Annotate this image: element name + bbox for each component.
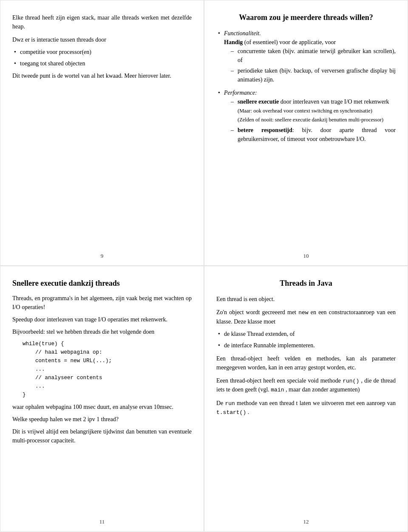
slide10-title: Waarom zou je meerdere threads willen? — [216, 13, 396, 22]
slide12-para3: Een thread-object heeft velden en method… — [216, 354, 396, 372]
row-1: Elke thread heeft zijn eigen stack, maar… — [0, 0, 408, 266]
slide10-dash3: snellere executie door interleaven van t… — [231, 97, 396, 124]
slide10-handig-bold: Handig — [224, 39, 243, 45]
slide11-para5: Welke speedup halen we met 2 ipv 1 threa… — [12, 415, 192, 424]
slide10-dash4: betere responsetijd: bijv. door aparte t… — [231, 126, 396, 144]
slide11-para2: Speedup door interleaven van trage I/O o… — [12, 315, 192, 324]
slide12-para4-code: run() — [343, 378, 359, 384]
slide9-bullets: competitie voor processor(en) toegang to… — [12, 48, 192, 68]
slide9-number: 9 — [101, 253, 104, 259]
slide10-dash-list-2: snellere executie door interleaven van t… — [224, 97, 396, 144]
slide-10: Waarom zou je meerdere threads willen? F… — [204, 0, 408, 266]
slide10-dash2: periodieke taken (bijv. backup, of verve… — [231, 66, 396, 84]
slide12-bullets: de klasse Thread extenden, of de interfa… — [216, 329, 396, 350]
slide-12: Threads in Java Een thread is een object… — [204, 266, 408, 532]
slide12-para5-code: run — [225, 400, 235, 407]
slide11-para6: Dit is vrijwel altijd een belangrijkere … — [12, 427, 192, 445]
slide12-para4-1: Eeen thread-object heeft een speciale vo… — [216, 377, 341, 384]
slide9-bullet1: competitie voor processor(en) — [12, 48, 192, 56]
slide12-para4: Eeen thread-object heeft een speciale vo… — [216, 376, 396, 394]
slide10-handig-rest: (of essentieel) voor de applicatie, voor — [244, 39, 336, 45]
slide11-code: while(true) { // haal webpagina op: cont… — [23, 340, 192, 399]
slide12-para4-3: , maar dan zonder argumenten) — [286, 386, 360, 393]
slide9-para3: Dit tweede punt is de wortel van al het … — [12, 71, 192, 80]
slide9-para2: Dwz er is interactie tussen threads door — [12, 35, 192, 44]
slide10-dash3-sub2: (Zelden of nooit: snellere executie dank… — [238, 117, 383, 123]
slide11-number: 11 — [99, 518, 105, 525]
slide9-para1: Elke thread heeft zijn eigen stack, maar… — [12, 13, 192, 31]
slide9-bullet2: toegang tot shared objecten — [12, 59, 192, 68]
slide10-main-bullets: Functionaliteit. Handig (of essentieel) … — [216, 29, 396, 144]
slide10-perf-label: Performance: — [224, 90, 257, 96]
slide12-para5-code2: t.start() — [216, 409, 246, 416]
slide10-number: 10 — [303, 253, 309, 259]
slide11-para3: Bijvoorbeeld: stel we hebben threads die… — [12, 327, 192, 336]
row-2: Snellere executie dankzij threads Thread… — [0, 266, 408, 532]
slide10-dash3-rest: door interleaven van trage I/O met reken… — [279, 99, 389, 105]
slide10-dash3-sub: (Maar: ook overhead voor context switchi… — [238, 108, 372, 114]
slide-9: Elke thread heeft zijn eigen stack, maar… — [0, 0, 204, 266]
slide10-func-label: Functionaliteit. — [224, 30, 261, 37]
slide12-title: Threads in Java — [216, 279, 396, 288]
slide12-bullet2: de interface Runnable implementeren. — [216, 341, 396, 350]
slide12-para1: Een thread is een object. — [216, 295, 396, 304]
slide10-dash3-bold: snellere executie — [238, 99, 279, 105]
slide11-para4: waar ophalen webpagina 100 msec duurt, e… — [12, 403, 192, 411]
slide10-dash4-bold: betere responsetijd — [238, 127, 292, 133]
slide12-number: 12 — [303, 518, 309, 525]
slide12-para2-code: new — [298, 310, 308, 316]
slide12-para5-2: methode van een thread t laten we uitvoe… — [237, 400, 396, 406]
slide12-para2: Zo'n object wordt gecreeerd met new en e… — [216, 308, 396, 326]
slide11-para1: Threads, en programma's in het algemeen,… — [12, 294, 192, 312]
slide10-perf: Performance: snellere executie door inte… — [216, 88, 396, 144]
page-container: Elke thread heeft zijn eigen stack, maar… — [0, 0, 408, 532]
slide10-func: Functionaliteit. Handig (of essentieel) … — [216, 29, 396, 84]
slide10-dash1: concurrente taken (bijv. animatie terwij… — [231, 47, 396, 65]
slide10-dash-list-1: concurrente taken (bijv. animatie terwij… — [224, 47, 396, 84]
slide11-title: Snellere executie dankzij threads — [12, 279, 192, 288]
slide12-bullet1: de klasse Thread extenden, of — [216, 329, 396, 338]
slide10-handig: Handig (of essentieel) voor de applicati… — [224, 39, 336, 45]
slide12-para5-1: De — [216, 400, 223, 406]
slide-11: Snellere executie dankzij threads Thread… — [0, 266, 204, 532]
slide12-para5: De run methode van een thread t laten we… — [216, 399, 396, 417]
slide12-para5-3: . — [248, 409, 249, 415]
slide12-para2-text: Zo'n object wordt gecreeerd met — [216, 309, 296, 315]
slide12-para4-code2: main — [271, 387, 284, 393]
